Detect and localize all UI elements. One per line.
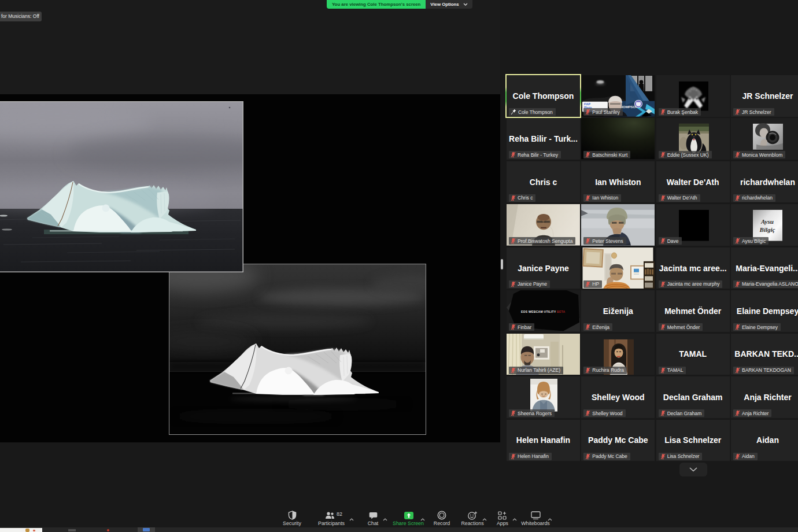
svg-text:Aysu: Aysu: [760, 218, 774, 225]
svg-text:Bilgiç: Bilgiç: [759, 226, 775, 233]
svg-text:EOS WEBCAM UTILITY: EOS WEBCAM UTILITY: [521, 310, 556, 313]
svg-text:BETA: BETA: [557, 310, 566, 313]
svg-text:FIAP: FIAP: [584, 103, 591, 106]
